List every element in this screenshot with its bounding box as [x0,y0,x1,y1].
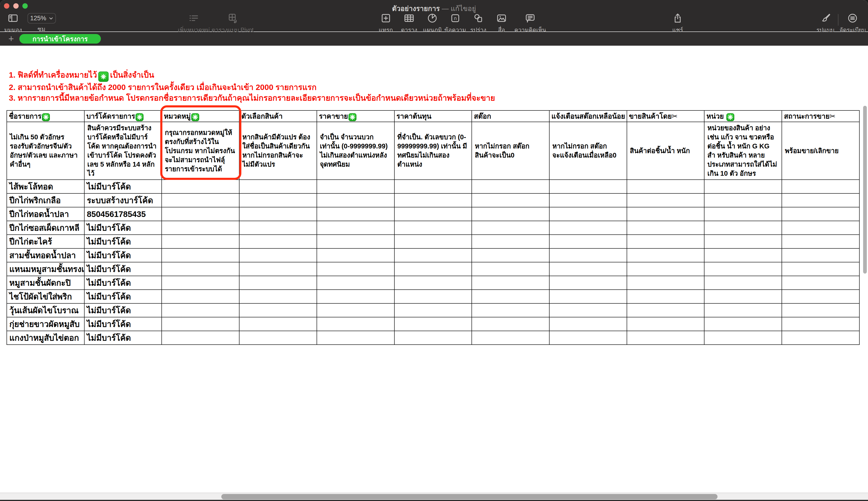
cell-empty[interactable] [549,276,627,290]
cell-empty[interactable] [704,207,782,221]
cell-barcode[interactable]: ไม่มีบาร์โค้ด [84,317,162,331]
cell-empty[interactable] [782,290,859,303]
cell-empty[interactable] [782,235,859,248]
cell-empty[interactable] [239,331,317,345]
cell-empty[interactable] [472,193,549,207]
cell-empty[interactable] [239,290,317,303]
cell-item-name[interactable]: กุ่ยช่ายขาวผัดหมูสับ [7,317,84,331]
vertical-scrollbar[interactable] [863,106,867,274]
cell-empty[interactable] [394,331,472,345]
cell-empty[interactable] [782,221,859,235]
col-header-category[interactable]: หมวดหมู่ [162,110,239,122]
desc-cell-name[interactable]: ไม่เกิน 50 ตัวอักษร รองรับตัวอักษรจีน/ตั… [7,122,84,180]
cell-empty[interactable] [472,248,549,262]
cell-empty[interactable] [549,248,627,262]
cell-empty[interactable] [162,303,239,317]
cell-barcode[interactable]: ไม่มีบาร์โค้ด [84,248,162,262]
cell-empty[interactable] [472,235,549,248]
cell-empty[interactable] [394,235,472,248]
table-button[interactable]: ตาราง [401,13,417,34]
col-header-price[interactable]: ราคาขาย [317,110,394,122]
cell-empty[interactable] [782,331,859,345]
cell-empty[interactable] [627,207,704,221]
cell-empty[interactable] [782,303,859,317]
cell-empty[interactable] [317,248,394,262]
pivot-table-button[interactable]: ตารางแบบ Pivot [211,13,253,34]
cell-empty[interactable] [317,207,394,221]
cell-empty[interactable] [394,317,472,331]
cell-empty[interactable] [549,207,627,221]
cell-empty[interactable] [162,207,239,221]
cell-empty[interactable] [549,303,627,317]
cell-empty[interactable] [162,235,239,248]
cell-empty[interactable] [627,317,704,331]
cell-empty[interactable] [704,235,782,248]
cell-empty[interactable] [472,331,549,345]
cell-empty[interactable] [704,303,782,317]
col-header-status[interactable]: สถานะการขาย✂ [782,110,859,122]
cell-empty[interactable] [549,180,627,193]
cell-empty[interactable] [317,276,394,290]
format-button[interactable]: รูปแบบ [816,13,834,34]
cell-empty[interactable] [317,193,394,207]
cell-barcode[interactable]: ระบบสร้างบาร์โค้ด [84,193,162,207]
cell-empty[interactable] [627,235,704,248]
cell-empty[interactable] [782,207,859,221]
add-sheet-button[interactable]: + [6,32,16,46]
cell-empty[interactable] [627,331,704,345]
col-header-stock[interactable]: สต๊อก [472,110,549,122]
desc-cell-low-stock[interactable]: หากไม่กรอก สต๊อกจะแจ้งเตือนเมื่อเหลือ0 [549,122,627,180]
cell-empty[interactable] [549,262,627,276]
cell-empty[interactable] [239,317,317,331]
add-category-button[interactable]: เพิ่มหมวดหมู่ [178,13,210,34]
cell-item-name[interactable]: หมูสามชั้นผัดกะปิ [7,276,84,290]
cell-empty[interactable] [472,207,549,221]
cell-empty[interactable] [627,290,704,303]
cell-barcode[interactable]: ไม่มีบาร์โค้ด [84,235,162,248]
col-header-low-stock[interactable]: แจ้งเตือนสต๊อกเหลือน้อย [549,110,627,122]
cell-empty[interactable] [627,221,704,235]
cell-empty[interactable] [394,303,472,317]
cell-empty[interactable] [704,262,782,276]
cell-barcode[interactable]: ไม่มีบาร์โค้ด [84,331,162,345]
zoom-dropdown[interactable]: 125% [28,13,56,23]
cell-empty[interactable] [317,180,394,193]
cell-empty[interactable] [394,193,472,207]
cell-empty[interactable] [394,180,472,193]
cell-empty[interactable] [394,207,472,221]
cell-barcode[interactable]: ไม่มีบาร์โค้ด [84,276,162,290]
cell-empty[interactable] [162,317,239,331]
desc-cell-price[interactable]: จำเป็น จำนวนบวกเท่านั้น (0-9999999.99) ไ… [317,122,394,180]
col-header-variant[interactable]: ตัวเลือกสินค้า [239,110,317,122]
desc-cell-category[interactable]: กรุณากรอกหมวดหมู่ให้ตรงกับที่สร้างไว้ในโ… [162,122,239,180]
insert-button[interactable]: แทรก [379,13,393,34]
media-button[interactable]: สื่อ [496,13,507,34]
cell-item-name[interactable]: แหนมหมูสามชั้นทรงเครื่อง [7,262,84,276]
cell-empty[interactable] [472,303,549,317]
cell-empty[interactable] [549,331,627,345]
cell-empty[interactable] [394,248,472,262]
cell-empty[interactable] [704,290,782,303]
cell-item-name[interactable]: ไส้พะโล้ทอด [7,180,84,193]
cell-barcode[interactable]: ไม่มีบาร์โค้ด [84,180,162,193]
cell-empty[interactable] [472,276,549,290]
share-button[interactable]: แชร์ [672,13,683,34]
cell-empty[interactable] [704,276,782,290]
cell-empty[interactable] [239,276,317,290]
cell-empty[interactable] [394,221,472,235]
desc-cell-sold-by[interactable]: สินค้าต่อชิ้น/น้ำ หนัก [627,122,704,180]
cell-empty[interactable] [239,180,317,193]
cell-empty[interactable] [472,317,549,331]
sheet-tab-active[interactable]: การนำเข้าโครงการ [19,34,101,44]
cell-empty[interactable] [627,193,704,207]
cell-empty[interactable] [239,193,317,207]
cell-empty[interactable] [782,248,859,262]
cell-barcode[interactable]: ไม่มีบาร์โค้ด [84,262,162,276]
cell-empty[interactable] [394,262,472,276]
cell-empty[interactable] [162,331,239,345]
cell-empty[interactable] [472,290,549,303]
cell-item-name[interactable]: แกงป่าหมูสับไข่ตอก [7,331,84,345]
desc-cell-unit[interactable]: หน่วยของสินค้า อย่างเช่น แก้ว จาน ขวดหรื… [704,122,782,180]
cell-empty[interactable] [472,180,549,193]
cell-empty[interactable] [549,317,627,331]
